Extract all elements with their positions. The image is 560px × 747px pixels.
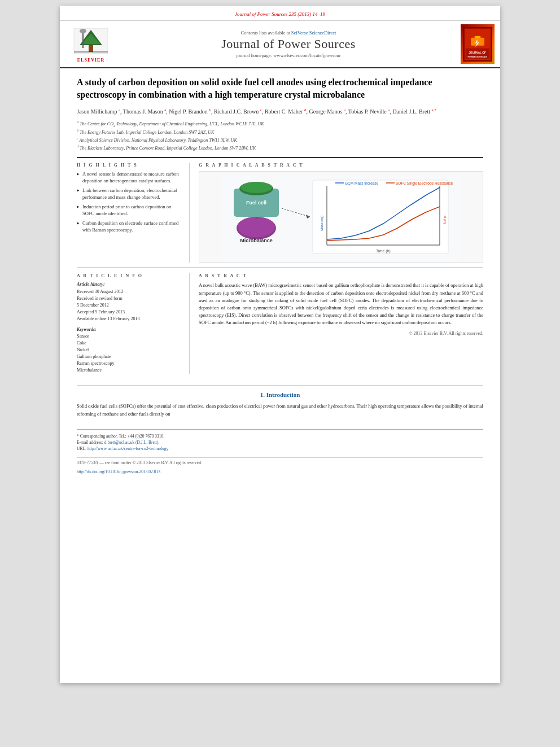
highlights-label: H I G H L I G H T S <box>77 163 182 168</box>
graphical-abstract-label: G R A P H I C A L A B S T R A C T <box>199 163 483 168</box>
journal-header-center: Contents lists available at SciVerse Sci… <box>121 30 456 58</box>
elsevier-logo: ELSEVIER <box>65 25 116 63</box>
keyword-sensor: Sensor <box>77 333 182 340</box>
divider-2 <box>77 267 483 268</box>
abstract-column: A B S T R A C T A novel bulk acoustic wa… <box>199 273 483 374</box>
svg-text:Fuel cell: Fuel cell <box>246 200 266 206</box>
copyright-line: © 2013 Elsevier B.V. All rights reserved… <box>199 331 483 336</box>
journal-logo-box: JOURNAL OF POWER SOURCES <box>461 24 495 64</box>
sciverse-link[interactable]: SciVerse ScienceDirect <box>291 30 336 36</box>
svg-rect-10 <box>475 36 480 38</box>
article-info-column: A R T I C L E I N F O Article history: R… <box>77 273 190 374</box>
introduction-title: 1. Introduction <box>77 391 483 398</box>
sciverse-line: Contents lists available at SciVerse Sci… <box>121 30 456 36</box>
issn-line: 0378-7753/$ — see front matter © 2013 El… <box>77 460 483 465</box>
abstract-text: A novel bulk acoustic wave (BAW) microgr… <box>199 282 483 326</box>
accepted-date: Accepted 5 February 2013 <box>77 309 182 316</box>
article-info-label: A R T I C L E I N F O <box>77 273 182 278</box>
keywords-section: Keywords: Sensor Coke Nickel Gallium pho… <box>77 327 182 374</box>
list-item: A novel sensor is demonstrated to measur… <box>77 171 182 185</box>
keyword-gallium: Gallium phosphate <box>77 353 182 360</box>
svg-text:R (Ω): R (Ω) <box>443 216 447 224</box>
email-link[interactable]: d.brett@ucl.ac.uk (D.J.L. Brett). <box>104 440 160 445</box>
info-abstract-section: A R T I C L E I N F O Article history: R… <box>77 273 483 374</box>
elsevier-label: ELSEVIER <box>77 58 104 63</box>
online-date: Available online 13 February 2013 <box>77 316 182 322</box>
journal-url: journal homepage: www.elsevier.com/locat… <box>121 53 456 58</box>
highlights-column: H I G H L I G H T S A novel sensor is de… <box>77 163 190 263</box>
keywords-label: Keywords: <box>77 327 182 332</box>
graphical-abstract-image: Fuel cell Microbalance <box>199 171 483 263</box>
svg-rect-4 <box>82 31 84 48</box>
history-label: Article history: <box>77 282 182 287</box>
introduction-text: Solid oxide fuel cells (SOFCs) offer the… <box>77 403 483 417</box>
svg-text:POWER SOURCES: POWER SOURCES <box>468 55 487 58</box>
page-header: ELSEVIER Contents lists available at Sci… <box>60 21 500 68</box>
list-item: Carbon deposition on electrode surface c… <box>77 220 182 234</box>
journal-citation: Journal of Power Sources 235 (2013) 14–1… <box>235 11 325 17</box>
highlights-list: A novel sensor is demonstrated to measur… <box>77 171 182 233</box>
page: Journal of Power Sources 235 (2013) 14–1… <box>60 6 500 683</box>
corresponding-footnote: * Corresponding author. Tel.: +44 (0)20 … <box>77 433 483 439</box>
keyword-raman: Raman spectroscopy <box>77 360 182 367</box>
journal-title: Journal of Power Sources <box>121 37 456 51</box>
svg-point-5 <box>80 29 86 33</box>
affiliations: a The Centre for CO2 Technology, Departm… <box>77 120 483 151</box>
svg-text:Mass (ng): Mass (ng) <box>320 216 323 231</box>
svg-text:GCM Mass Increase: GCM Mass Increase <box>345 181 379 185</box>
svg-text:Time (h): Time (h) <box>376 249 391 254</box>
url-link[interactable]: http://www.ucl.ac.uk/centre-for-co2-tech… <box>88 446 168 451</box>
svg-rect-1 <box>89 45 93 52</box>
graphical-abstract-column: G R A P H I C A L A B S T R A C T Fuel c… <box>199 163 483 263</box>
svg-point-19 <box>240 182 272 193</box>
svg-rect-24 <box>313 180 448 254</box>
elsevier-tree-icon <box>71 25 111 56</box>
revised-label: Received in revised form <box>77 295 182 302</box>
svg-point-21 <box>238 217 275 237</box>
revised-date: 5 December 2012 <box>77 302 182 309</box>
svg-text:Microbalance: Microbalance <box>240 238 273 243</box>
top-bar: Journal of Power Sources 235 (2013) 14–1… <box>60 6 500 21</box>
received-date: Received 30 August 2012 <box>77 289 182 295</box>
svg-text:SOFC Single Electrode Resistan: SOFC Single Electrode Resistance <box>396 181 453 186</box>
abstract-label: A B S T R A C T <box>199 273 483 278</box>
keyword-coke: Coke <box>77 340 182 347</box>
highlights-section: H I G H L I G H T S A novel sensor is de… <box>77 163 483 263</box>
graphical-abstract-svg: Fuel cell Microbalance <box>199 172 483 262</box>
bottom-bar: 0378-7753/$ — see front matter © 2013 El… <box>77 457 483 475</box>
power-sources-logo-icon: JOURNAL OF POWER SOURCES <box>463 26 492 63</box>
email-footnote: E-mail address: d.brett@ucl.ac.uk (D.J.L… <box>77 439 483 445</box>
list-item: Induction period prior to carbon deposit… <box>77 204 182 217</box>
main-content: A study of carbon deposition on solid ox… <box>60 68 500 487</box>
introduction-section: 1. Introduction Solid oxide fuel cells (… <box>77 385 483 417</box>
footnotes: * Corresponding author. Tel.: +44 (0)20 … <box>77 429 483 452</box>
divider-1 <box>77 157 483 158</box>
url-footnote: URL: http://www.ucl.ac.uk/centre-for-co2… <box>77 445 483 452</box>
list-item: Link between carbon deposition, electroc… <box>77 187 182 201</box>
svg-text:JOURNAL OF: JOURNAL OF <box>469 51 486 54</box>
keyword-nickel: Nickel <box>77 347 182 353</box>
svg-rect-9 <box>471 37 484 45</box>
journal-logo-right: JOURNAL OF POWER SOURCES <box>461 24 495 64</box>
authors-line: Jason Millichamp a, Thomas J. Mason a, N… <box>77 107 483 116</box>
keyword-microbalance: Microbalance <box>77 367 182 374</box>
article-title: A study of carbon deposition on solid ox… <box>77 76 483 102</box>
doi-link[interactable]: http://dx.doi.org/10.1016/j.jpowsour.201… <box>77 469 160 474</box>
